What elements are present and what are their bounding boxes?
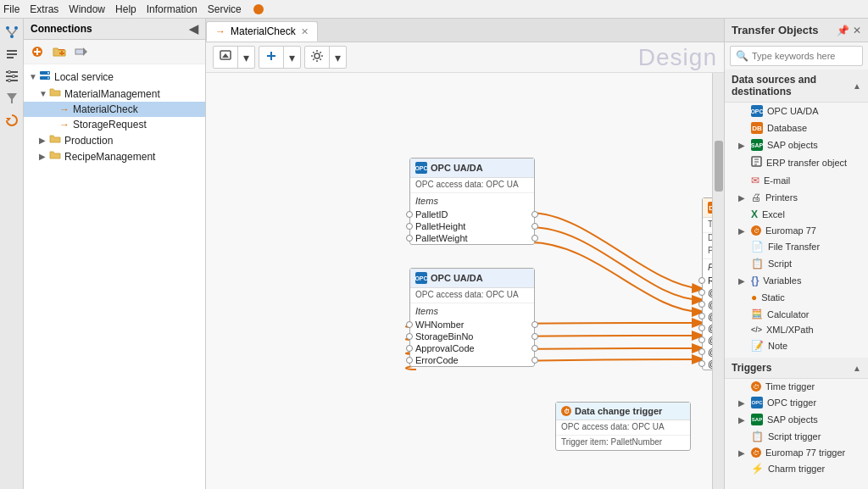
nav-btn-4[interactable]	[2, 88, 22, 108]
db-node[interactable]: DB Database Type: Stored procedure DB ac…	[702, 197, 712, 370]
port-approval-right[interactable]	[531, 345, 538, 352]
opc-node-1[interactable]: OPC OPC UA/DA OPC access data: OPC UA It…	[409, 158, 535, 245]
add-dropdown[interactable]: ▾	[284, 48, 300, 67]
tab-material-check[interactable]: → MaterialCheck ✕	[206, 21, 318, 42]
db-header: DB Database	[703, 198, 712, 218]
canvas-wrapper: OPC OPC UA/DA OPC access data: OPC UA It…	[206, 73, 724, 489]
transfer-variables[interactable]: ▶ {} Variables	[725, 272, 868, 289]
transfer-sap[interactable]: ▶ SAP SAP objects	[725, 136, 868, 153]
pin-icon[interactable]: 📌	[837, 25, 849, 36]
settings-dropdown[interactable]: ▾	[330, 48, 346, 67]
port-id-left[interactable]	[698, 289, 705, 296]
transfer-script-trigger[interactable]: 📋 Script trigger	[725, 428, 868, 445]
port-weight-left[interactable]	[698, 313, 705, 320]
menu-help[interactable]: Help	[115, 3, 136, 15]
static-label: Static	[761, 292, 785, 303]
nav-btn-2[interactable]	[2, 44, 22, 64]
port-palletheight-right[interactable]	[531, 223, 538, 230]
settings-btn[interactable]	[305, 47, 330, 68]
transfer-time-trigger[interactable]: ⏱ Time trigger	[725, 379, 868, 394]
transfer-erp[interactable]: ERP transfer object	[725, 153, 868, 172]
menu-file[interactable]: File	[3, 3, 19, 15]
nav-btn-5[interactable]	[2, 110, 22, 131]
port-palletid-left[interactable]	[406, 211, 413, 218]
trigger-header: ⏱ Data change trigger	[556, 403, 690, 420]
tab-label: MaterialCheck	[231, 25, 296, 37]
transfer-opc[interactable]: OPC OPC UA/DA	[725, 103, 868, 119]
db-type: Type: Stored procedure	[703, 218, 712, 233]
folder-btn[interactable]	[49, 42, 70, 61]
transfer-static[interactable]: ● Static	[725, 289, 868, 306]
port-wh-right[interactable]	[531, 321, 538, 328]
nav-btn-1[interactable]	[2, 22, 22, 42]
menu-service[interactable]: Service	[208, 3, 242, 15]
data-sources-header[interactable]: Data sources and destinations ▲	[725, 69, 868, 103]
trigger-node[interactable]: ⏱ Data change trigger OPC access data: O…	[555, 402, 691, 451]
transfer-calculator[interactable]: 🧮 Calculator	[725, 306, 868, 322]
port-palletweight-left[interactable]	[406, 235, 413, 242]
close-transfer-btn[interactable]: ✕	[853, 25, 861, 36]
canvas-area[interactable]: OPC OPC UA/DA OPC access data: OPC UA It…	[206, 73, 712, 489]
tree-item-production[interactable]: ▶ Production	[24, 132, 205, 148]
tree-item-recipe-mgmt[interactable]: ▶ RecipeManagement	[24, 148, 205, 164]
connections-collapse[interactable]: ◀	[189, 22, 198, 36]
import-dropdown[interactable]: ▾	[238, 48, 254, 67]
menu-extras[interactable]: Extras	[30, 3, 58, 15]
tree-item-storage-request[interactable]: → StorageRequest	[24, 117, 205, 132]
search-input[interactable]	[752, 51, 857, 61]
import-btn[interactable]	[214, 47, 238, 68]
transfer-sap-trigger[interactable]: ▶ SAP SAP objects	[725, 411, 868, 428]
port-palletid-right[interactable]	[531, 211, 538, 218]
add-connection-btn[interactable]	[27, 42, 47, 61]
canvas-scroll-thumb[interactable]	[715, 141, 723, 192]
tree-item-material-check[interactable]: → MaterialCheck	[24, 102, 205, 117]
arrow-btn[interactable]	[71, 42, 92, 61]
triggers-header[interactable]: Triggers ▲	[725, 358, 868, 379]
transfer-db[interactable]: DB Database	[725, 119, 868, 136]
transfer-email[interactable]: ✉ E-mail	[725, 172, 868, 189]
port-height-left[interactable]	[698, 301, 705, 308]
transfer-script[interactable]: 📋 Script	[725, 255, 868, 272]
port-palletweight-right[interactable]	[531, 235, 538, 242]
opc-node-2[interactable]: OPC OPC UA/DA OPC access data: OPC UA It…	[409, 268, 535, 367]
transfer-xml[interactable]: </> XML/XPath	[725, 322, 868, 337]
expand-arrow: ▼	[39, 89, 49, 98]
svg-point-11	[8, 71, 10, 74]
port-palletheight-left[interactable]	[406, 223, 413, 230]
canvas-vscroll[interactable]	[712, 73, 724, 489]
port-wh-left[interactable]	[406, 321, 413, 328]
transfer-excel[interactable]: X Excel	[725, 206, 868, 223]
nav-btn-3[interactable]	[2, 66, 22, 86]
port-storage-right[interactable]	[531, 333, 538, 340]
transfer-opc-trigger[interactable]: ▶ OPC OPC trigger	[725, 394, 868, 411]
svg-marker-29	[222, 53, 229, 58]
transfer-title: Transfer Objects	[732, 24, 819, 36]
port-approval-left[interactable]	[406, 345, 413, 352]
port-return-left[interactable]	[698, 277, 705, 284]
sap-trigger-label: SAP objects	[767, 414, 818, 425]
opc-trigger-expand: ▶	[738, 398, 747, 408]
port-storagebin-left[interactable]	[698, 336, 705, 343]
menu-window[interactable]: Window	[69, 3, 105, 15]
port-storage-left[interactable]	[406, 333, 413, 340]
tree-item-local-service[interactable]: ▼ Local service	[24, 68, 205, 86]
opc1-row-palletweight: PalletWeight	[410, 232, 534, 244]
transfer-file[interactable]: 📄 File Transfer	[725, 238, 868, 255]
transfer-printers[interactable]: ▶ 🖨 Printers	[725, 189, 868, 206]
transfer-note[interactable]: 📝 Note	[725, 337, 868, 354]
port-error-left[interactable]	[406, 357, 413, 364]
transfer-euromap-trigger[interactable]: ▶ ⏱ Euromap 77 trigger	[725, 445, 868, 460]
add-btn[interactable]	[259, 47, 284, 68]
tab-close-btn[interactable]: ✕	[301, 26, 309, 37]
port-error-right[interactable]	[531, 357, 538, 364]
service-status-dot	[253, 4, 264, 14]
port-warehouse-left[interactable]	[698, 325, 705, 331]
tree-item-material-mgmt[interactable]: ▼ MaterialManagement	[24, 86, 205, 102]
menu-information[interactable]: Information	[147, 3, 198, 15]
port-approval-db-left[interactable]	[698, 348, 705, 355]
port-errorcode-left[interactable]	[698, 360, 705, 367]
sap-label: SAP objects	[767, 140, 818, 150]
triggers-label: Triggers	[732, 362, 771, 374]
transfer-charm-trigger[interactable]: ⚡ Charm trigger	[725, 460, 868, 477]
transfer-euromap[interactable]: ▶ ⏱ Euromap 77	[725, 223, 868, 238]
